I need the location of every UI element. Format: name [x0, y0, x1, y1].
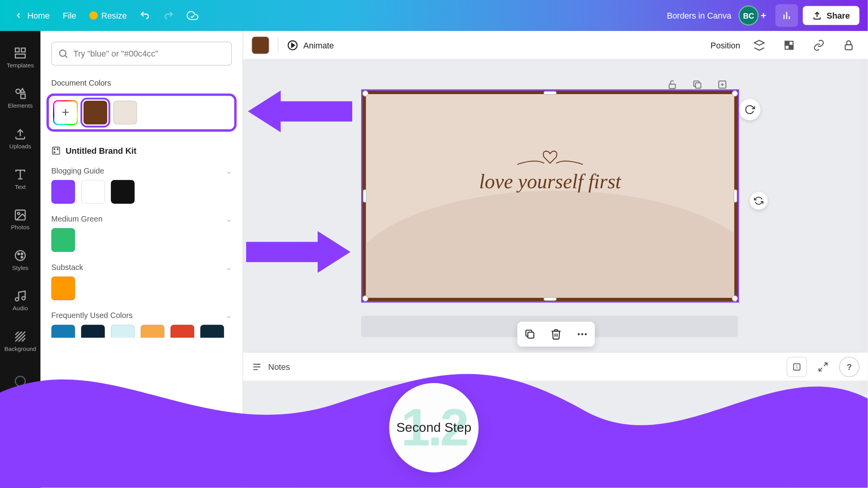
regenerate-button[interactable] [739, 99, 760, 120]
rail-audio[interactable]: Audio [0, 280, 41, 321]
cloud-sync-button[interactable] [181, 3, 205, 27]
palette-icon [51, 146, 61, 156]
freq-swatch[interactable] [141, 325, 165, 338]
chevron-down-icon[interactable]: ⌄ [226, 263, 232, 271]
uploads-icon [14, 127, 27, 140]
svg-marker-36 [292, 43, 295, 47]
styles-icon [14, 249, 27, 262]
ellipsis-icon [576, 328, 588, 340]
annotation-arrow-left [248, 84, 355, 138]
add-page-icon [717, 79, 728, 90]
freq-swatch[interactable] [200, 325, 224, 338]
chevron-left-icon [14, 11, 23, 20]
file-menu[interactable]: File [56, 7, 84, 24]
text-icon [14, 168, 27, 181]
palette-swatch[interactable] [51, 277, 75, 301]
svg-rect-47 [528, 332, 534, 338]
upload-icon [812, 11, 822, 21]
insights-button[interactable] [775, 4, 798, 27]
freq-swatch[interactable] [81, 325, 105, 338]
svg-rect-10 [21, 94, 25, 98]
share-button[interactable]: Share [803, 6, 859, 25]
palette-swatch[interactable] [81, 180, 105, 204]
chevron-down-icon[interactable]: ⌄ [226, 311, 232, 320]
layers-button[interactable] [749, 34, 770, 55]
palette-name: Substack [51, 263, 83, 271]
home-label: Home [28, 11, 50, 21]
position-button[interactable]: Position [711, 40, 741, 50]
resize-button[interactable]: Resize [83, 7, 133, 24]
svg-point-21 [16, 297, 19, 301]
animate-button[interactable]: Animate [287, 39, 334, 51]
document-name[interactable]: Borders in Canva [667, 11, 731, 21]
document-colors-label: Document Colors [51, 79, 232, 88]
doc-color-swatch[interactable] [83, 101, 107, 125]
border-color-chip[interactable] [251, 36, 269, 54]
copy-icon [524, 328, 536, 340]
chevron-down-icon[interactable]: ⌄ [226, 215, 232, 223]
cloud-check-icon [186, 10, 198, 22]
canvas-inner: love yourself first [366, 94, 734, 298]
property-toolbar: Animate Position [243, 31, 868, 60]
redo-icon [163, 10, 174, 21]
bar-chart-icon [781, 10, 792, 21]
svg-point-19 [21, 253, 22, 254]
add-member-button[interactable] [756, 9, 771, 23]
color-search-input[interactable] [73, 49, 225, 58]
rail-photos[interactable]: Photos [0, 199, 41, 240]
share-label: Share [827, 11, 850, 21]
home-button[interactable]: Home [9, 7, 56, 24]
selected-frame[interactable]: love yourself first [362, 91, 738, 301]
palette-swatch[interactable] [51, 228, 75, 252]
lock-icon [843, 39, 855, 51]
doc-color-swatch[interactable] [113, 101, 137, 125]
transparency-button[interactable] [778, 34, 800, 55]
palette-swatch[interactable] [111, 180, 135, 204]
svg-point-48 [578, 333, 580, 335]
sync-button[interactable] [750, 192, 768, 210]
layers-icon [753, 39, 765, 51]
rail-text[interactable]: Text [0, 158, 41, 199]
palette-swatch[interactable] [51, 180, 75, 204]
rail-styles[interactable]: Styles [0, 239, 41, 280]
top-header: Home File Resize Borders in Canva BC Sha… [0, 0, 868, 31]
undo-button[interactable] [133, 3, 157, 27]
link-button[interactable] [808, 34, 830, 55]
redo-button[interactable] [157, 3, 181, 27]
add-color-swatch[interactable]: + [53, 101, 78, 125]
svg-rect-43 [696, 83, 701, 88]
svg-point-18 [18, 253, 19, 254]
trash-icon [550, 328, 562, 340]
svg-point-32 [54, 148, 55, 149]
canvas-text[interactable]: love yourself first [366, 170, 734, 193]
freq-swatch[interactable] [111, 325, 135, 338]
freq-swatch[interactable] [170, 325, 195, 338]
link-icon [813, 39, 825, 51]
chevron-down-icon[interactable]: ⌄ [226, 167, 232, 175]
rail-uploads[interactable]: Uploads [0, 118, 41, 159]
freq-swatch[interactable] [51, 325, 75, 338]
svg-point-49 [581, 333, 583, 335]
color-search[interactable] [51, 42, 232, 66]
svg-line-24 [16, 332, 22, 338]
rail-templates[interactable]: Templates [0, 37, 41, 77]
svg-rect-8 [16, 54, 25, 58]
user-avatar[interactable]: BC [739, 5, 759, 26]
svg-rect-39 [785, 41, 789, 45]
svg-point-22 [22, 296, 25, 299]
photos-icon [14, 208, 27, 222]
brand-kit-header[interactable]: Untitled Brand Kit [51, 146, 232, 156]
unlock-icon [667, 79, 678, 90]
freq-colors-label: Frequently Used Colors [51, 311, 133, 320]
svg-point-34 [54, 152, 55, 153]
lock-button[interactable] [838, 34, 859, 55]
svg-point-16 [17, 212, 20, 214]
svg-rect-31 [52, 147, 59, 154]
svg-marker-37 [754, 40, 765, 45]
svg-marker-11 [20, 88, 24, 92]
svg-line-23 [16, 332, 19, 335]
svg-rect-6 [16, 48, 19, 52]
background-shape [366, 191, 734, 298]
search-icon [58, 48, 69, 59]
rail-elements[interactable]: Elements [0, 77, 41, 118]
